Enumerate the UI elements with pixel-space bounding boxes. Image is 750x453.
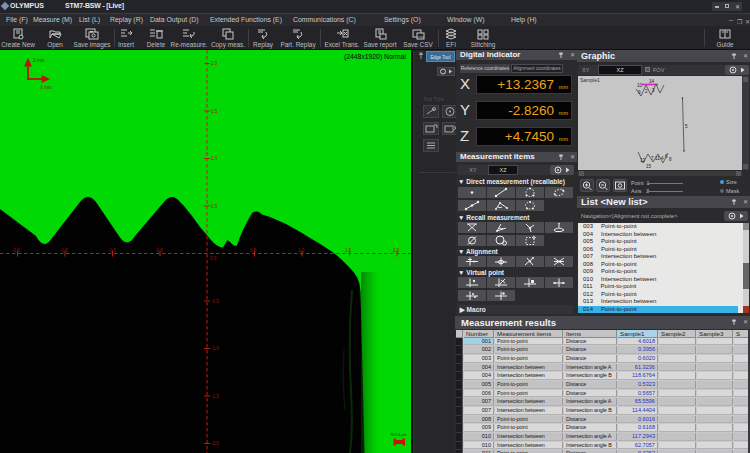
svg-text:7: 7 xyxy=(651,156,654,161)
svg-text:2: 2 xyxy=(645,89,648,94)
svg-text:9: 9 xyxy=(638,90,641,95)
svg-text:13: 13 xyxy=(640,158,646,163)
svg-text:1.5: 1.5 xyxy=(345,248,352,253)
svg-text:703.4 μm: 703.4 μm xyxy=(390,432,407,437)
svg-text:14: 14 xyxy=(649,79,655,84)
svg-text:-2.0: -2.0 xyxy=(211,441,219,446)
svg-text:-0.5: -0.5 xyxy=(211,299,219,304)
svg-text:1.0: 1.0 xyxy=(298,248,305,253)
svg-text:8: 8 xyxy=(669,157,672,162)
svg-text:10: 10 xyxy=(637,83,643,88)
svg-text:2.0: 2.0 xyxy=(393,248,400,253)
svg-text:-0.5: -0.5 xyxy=(155,248,163,253)
svg-text:-1.5: -1.5 xyxy=(211,394,219,399)
svg-text:11: 11 xyxy=(655,156,660,161)
svg-text:3: 3 xyxy=(652,88,655,93)
svg-text:2.0: 2.0 xyxy=(211,61,218,66)
svg-text:0.5: 0.5 xyxy=(211,204,218,209)
svg-text:-2.0: -2.0 xyxy=(12,248,20,253)
svg-text:1.5: 1.5 xyxy=(211,109,218,114)
svg-text:csv: csv xyxy=(418,34,424,39)
svg-text:X mm: X mm xyxy=(40,85,52,90)
svg-text:4: 4 xyxy=(661,156,664,161)
svg-text:1.0: 1.0 xyxy=(211,156,218,161)
svg-text:15: 15 xyxy=(646,164,652,169)
svg-text:-1.0: -1.0 xyxy=(108,248,116,253)
svg-text:Z mm: Z mm xyxy=(33,58,45,63)
svg-text:5: 5 xyxy=(685,124,688,129)
svg-text:0.5: 0.5 xyxy=(250,248,257,253)
svg-text:-1.5: -1.5 xyxy=(60,248,68,253)
svg-text:-1.0: -1.0 xyxy=(211,346,219,351)
svg-text:0.0: 0.0 xyxy=(210,256,217,261)
